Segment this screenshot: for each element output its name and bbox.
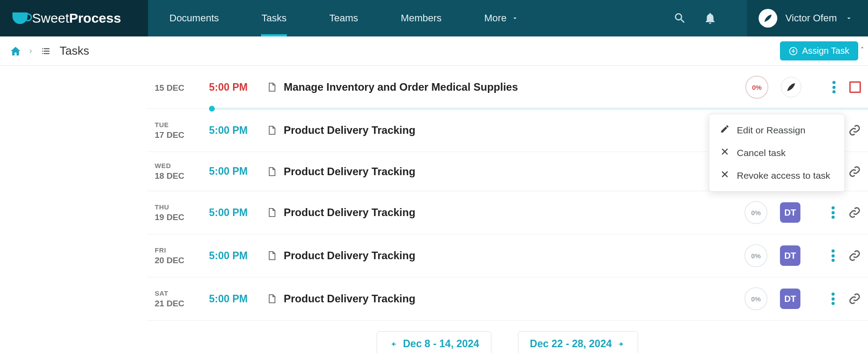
task-actions-button[interactable] [832,249,835,262]
task-list: 15 DEC5:00 PMManage Inventory and Order … [147,66,868,353]
document-icon [267,166,277,177]
user-menu[interactable]: Victor Ofem [747,0,868,36]
progress-badge: 0% [745,76,768,99]
task-date: SAT21 DEC [147,289,209,309]
task-date: TUE17 DEC [147,121,209,140]
nav-members[interactable]: Members [379,0,463,36]
chevron-down-icon [511,14,519,22]
dropdown-item-label: Cancel task [737,148,786,158]
assignee-badge[interactable]: DT [780,245,800,266]
document-icon [267,207,277,218]
dropdown-item[interactable]: Revoke access to task [709,164,844,187]
dropdown-item[interactable]: Cancel task [709,141,844,164]
dropdown-item-label: Edit or Reassign [737,125,805,136]
user-name: Victor Ofem [785,12,837,24]
progress-badge: 0% [744,287,768,310]
task-time: 5:00 PM [209,250,267,262]
page-title: Tasks [60,44,89,58]
assignee-avatar[interactable] [781,77,801,97]
logo[interactable]: SweetProcess [0,0,148,36]
user-avatar [759,9,777,28]
progress-badge: 0% [744,244,768,267]
task-date: FRI20 DEC [147,246,209,265]
document-icon [267,124,277,136]
logo-text: SweetProcess [32,11,121,26]
nav-teams[interactable]: Teams [308,0,380,36]
edit-icon [720,124,730,136]
task-row[interactable]: THU19 DEC5:00 PMProduct Delivery Trackin… [147,191,868,234]
task-title: Manage Inventory and Order Medical Suppl… [284,81,518,93]
pager-prev-label: Dec 8 - 14, 2024 [403,338,479,350]
assignee-badge[interactable]: DT [780,202,800,223]
document-icon [267,250,277,261]
task-time: 5:00 PM [209,124,267,136]
link-icon[interactable] [848,206,861,219]
feather-icon [785,81,797,93]
home-icon[interactable] [10,45,21,57]
task-actions-button[interactable] [832,293,835,305]
arrow-right-icon [617,340,626,349]
task-time: 5:00 PM [209,207,267,219]
nav-tasks[interactable]: Tasks [240,0,308,36]
task-date: 15 DEC [147,81,209,93]
link-icon[interactable] [848,293,861,305]
top-nav: SweetProcess Documents Tasks Teams Membe… [0,0,868,36]
dropdown-item[interactable]: Edit or Reassign [709,119,844,141]
task-title: Product Delivery Tracking [284,124,415,136]
task-title: Product Delivery Tracking [284,206,415,219]
overdue-checkbox-icon[interactable] [849,81,861,93]
pager-next-label: Dec 22 - 28, 2024 [530,338,612,350]
task-title: Product Delivery Tracking [284,293,415,305]
breadcrumb-bar: › Tasks Assign Task [0,36,868,66]
nav-right: Victor Ofem [673,0,868,36]
bell-icon[interactable] [703,12,717,25]
scroll-up-indicator[interactable] [857,43,867,52]
nav-items: Documents Tasks Teams Members More [148,0,540,36]
task-actions-dropdown: Edit or ReassignCancel taskRevoke access… [709,114,845,192]
task-date: THU19 DEC [147,203,209,222]
link-icon[interactable] [848,124,861,136]
task-date: WED18 DEC [147,162,209,181]
assign-task-label: Assign Task [802,46,849,56]
logo-icon [12,12,28,24]
task-row[interactable]: SAT21 DEC5:00 PMProduct Delivery Trackin… [147,277,868,321]
document-icon [267,293,277,305]
chevron-down-icon [845,14,853,22]
nav-more-label: More [484,12,506,24]
date-pager: Dec 8 - 14, 2024Dec 22 - 28, 2024 [147,321,868,353]
document-icon [267,81,277,93]
arrow-left-icon [389,340,398,349]
task-time: 5:00 PM [209,165,267,177]
task-actions-button[interactable] [832,81,836,93]
feather-icon [763,13,773,24]
task-title: Product Delivery Tracking [284,249,415,262]
close-icon [720,147,730,159]
nav-more[interactable]: More [463,0,540,36]
plus-circle-icon [789,47,798,56]
task-row[interactable]: 15 DEC5:00 PMManage Inventory and Order … [147,66,868,109]
task-time: 5:00 PM [209,81,267,93]
pager-prev-button[interactable]: Dec 8 - 14, 2024 [377,331,491,353]
breadcrumb-separator: › [29,46,32,56]
nav-documents[interactable]: Documents [148,0,240,36]
close-icon [720,169,730,181]
link-icon[interactable] [848,165,861,178]
task-time: 5:00 PM [209,293,267,305]
progress-badge: 0% [744,201,768,224]
task-title: Product Delivery Tracking [284,165,415,178]
tasks-list-icon [40,46,52,56]
main: 15 DEC5:00 PMManage Inventory and Order … [0,66,868,353]
assign-task-button[interactable]: Assign Task [780,41,858,60]
task-row[interactable]: FRI20 DEC5:00 PMProduct Delivery Trackin… [147,234,868,277]
pager-next-button[interactable]: Dec 22 - 28, 2024 [518,331,638,353]
dropdown-item-label: Revoke access to task [737,170,830,181]
search-icon[interactable] [673,12,687,25]
assignee-badge[interactable]: DT [780,289,800,309]
task-actions-button[interactable] [832,206,835,219]
link-icon[interactable] [848,249,861,262]
